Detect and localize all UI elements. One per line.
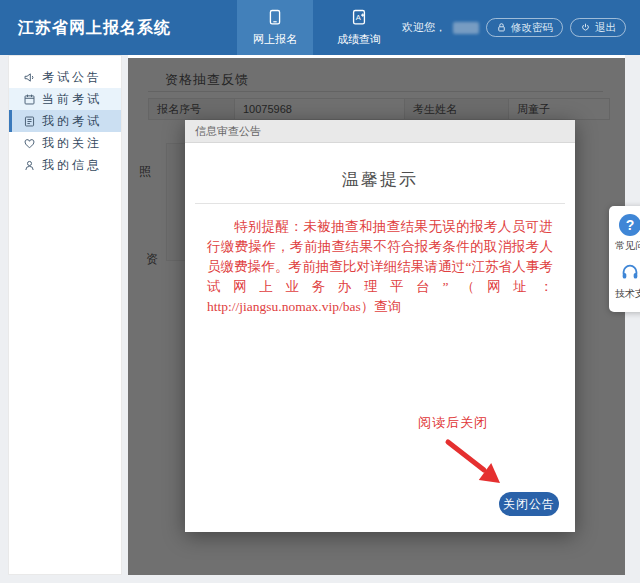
question-mark-icon: ? — [619, 214, 640, 236]
change-password-label: 修改密码 — [511, 21, 553, 35]
power-icon — [580, 22, 591, 33]
close-announcement-button[interactable]: 关闭公告 — [499, 492, 559, 516]
sidebar-item-label: 我的信息 — [42, 157, 102, 174]
logout-button[interactable]: 退出 — [570, 18, 626, 37]
tab-online-registration[interactable]: 网上报名 — [237, 0, 313, 55]
sidebar-item-current-exams[interactable]: 当前考试 — [9, 88, 121, 110]
change-password-button[interactable]: 修改密码 — [486, 18, 563, 37]
sidebar-item-my-info[interactable]: 我的信息 — [9, 154, 121, 176]
tab-label: 成绩查询 — [337, 32, 381, 47]
modal-titlebar: 信息审查公告 — [185, 120, 575, 143]
heart-icon — [23, 137, 36, 150]
faq-label: 常见问题 — [615, 239, 640, 253]
tab-score-query[interactable]: A 成绩查询 — [321, 0, 397, 55]
help-float-panel: ? 常见问题 技术支持 — [609, 206, 640, 312]
sidebar-item-label: 考试公告 — [42, 69, 102, 86]
red-arrow-icon — [440, 436, 515, 496]
announcement-modal: 信息审查公告 温馨提示 特别提醒：未被抽查和抽查结果无误的报考人员可进行缴费操作… — [185, 120, 575, 532]
welcome-text: 欢迎您， — [402, 20, 446, 35]
score-document-icon: A — [349, 8, 369, 28]
sidebar-item-label: 我的考试 — [42, 113, 102, 130]
svg-text:A: A — [356, 13, 361, 22]
sidebar-item-label: 我的关注 — [42, 135, 102, 152]
header-user-area: 欢迎您， 修改密码 退出 — [402, 0, 626, 55]
lock-icon — [496, 22, 507, 33]
exam-list-icon — [23, 115, 36, 128]
megaphone-icon — [23, 71, 36, 84]
sidebar-item-label: 当前考试 — [42, 91, 102, 108]
user-icon — [23, 159, 36, 172]
user-name-blurred — [453, 22, 479, 34]
tab-label: 网上报名 — [253, 32, 297, 47]
faq-item[interactable]: ? 常见问题 — [615, 214, 640, 253]
modal-heading-divider — [195, 203, 565, 204]
read-then-close-annotation: 阅读后关闭 — [418, 414, 488, 432]
main-nav: 网上报名 A 成绩查询 — [237, 0, 405, 55]
calendar-icon — [23, 93, 36, 106]
headset-icon — [618, 262, 640, 284]
sidebar-item-my-exams[interactable]: 我的考试 — [9, 110, 121, 132]
tablet-icon — [265, 8, 285, 28]
sidebar-item-my-follows[interactable]: 我的关注 — [9, 132, 121, 154]
page-title: 江苏省网上报名系统 — [18, 0, 171, 55]
logout-label: 退出 — [595, 21, 616, 35]
app-header: 江苏省网上报名系统 网上报名 A 成绩查询 欢迎您， 修改密码 — [0, 0, 640, 55]
tech-support-label: 技术支持 — [615, 287, 640, 301]
sidebar-item-exam-announcements[interactable]: 考试公告 — [9, 66, 121, 88]
tech-support-item[interactable]: 技术支持 — [615, 262, 640, 301]
sidebar: 考试公告 当前考试 我的考试 我的关注 我的信息 — [8, 55, 122, 575]
notice-text: 特别提醒：未被抽查和抽查结果无误的报考人员可进行缴费操作，考前抽查结果不符合报考… — [207, 217, 553, 317]
modal-heading: 温馨提示 — [185, 168, 575, 191]
